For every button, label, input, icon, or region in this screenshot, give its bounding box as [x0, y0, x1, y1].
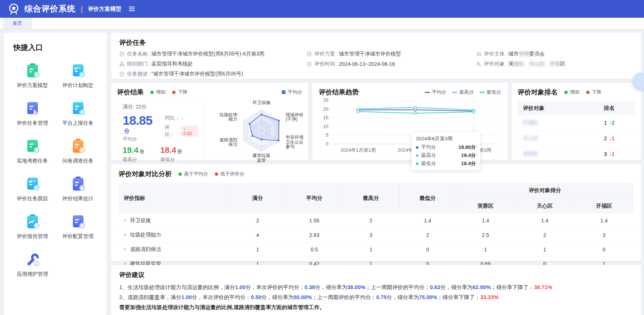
ranking-object-link[interactable]: 天心区 — [523, 135, 538, 141]
task-field-value: 2024-06-13~2024-06-16 — [339, 61, 395, 67]
quick-entry-item[interactable]: 评价结果统计 — [57, 175, 99, 202]
quick-entry-item[interactable]: 评价计划制定 — [57, 62, 99, 89]
ranking-object-link[interactable]: 开福区 — [523, 120, 538, 125]
red-dot-icon — [586, 91, 590, 94]
mom-compare: 环比：↓ 0.62 — [165, 124, 198, 138]
plan-icon — [307, 51, 312, 57]
results-panel-title: 评价结果 — [117, 88, 144, 97]
quick-entry-item[interactable]: 评价任务管理 — [12, 100, 53, 127]
quick-entry-label: 平台上报任务 — [63, 120, 94, 127]
indicator-row[interactable]: >垃圾处理能力42.63322.523 — [119, 228, 634, 242]
trend-legend-item[interactable]: 最低分 — [480, 89, 501, 95]
doc-upload-icon — [70, 100, 87, 117]
task-field-label: 评价主体 : — [484, 51, 508, 57]
quick-entry-sidebar: 快捷入口 评价方案模型评价计划制定评价任务管理平台上报任务实地考察任务问卷调查任… — [4, 33, 107, 315]
quick-entry-label: 问卷调查任务 — [63, 158, 94, 164]
quick-entry-item[interactable]: 平台上报任务 — [57, 100, 99, 127]
svg-text:市容环境卫生公众参与: 市容环境卫生公众参与 — [286, 135, 304, 149]
svg-text:现场评价(干净): 现场评价(干净) — [286, 112, 303, 122]
quick-entry-label: 应用维护管理 — [17, 271, 48, 278]
task-field-label: 评价对象 : — [484, 61, 508, 67]
indicator-row[interactable]: >环卫设施21.5521.41.41.41.4 — [119, 214, 634, 228]
mom-drop-badge: ↓ 0.62 — [181, 125, 198, 137]
trend-panel-title: 评价结果趋势 — [319, 88, 359, 97]
evaluation-task-panel: 评价任务 任务名称 :城市管理干净城市评价模型(周6月05号)-6月第3周评价方… — [111, 33, 641, 79]
task-field-value: 城市管理委员会 — [508, 51, 545, 57]
green-dot-icon — [178, 172, 182, 176]
task-field: R评价对象 :芙蓉区、天心区、开福区 — [476, 61, 633, 67]
quick-entry-item[interactable]: 问卷调查任务 — [57, 138, 99, 164]
ranking-row[interactable]: 芙蓉区3↓1 — [518, 146, 635, 160]
task-field-label: 任务名称 : — [127, 51, 151, 57]
quick-entry-item[interactable]: 应用维护管理 — [12, 251, 53, 278]
task-field-value: 芙蓉区、天心区、开福区 — [508, 61, 565, 67]
task-panel-title: 评价任务 — [119, 38, 633, 47]
radar-chart: 环卫设施现场评价(干净)市容环境卫生公众参与建筑垃圾监管道路清扫保洁垃圾处理能力 — [206, 99, 317, 168]
column-header: 满分 — [229, 183, 286, 214]
task-field: 评价主体 :城市管理委员会 — [476, 51, 633, 57]
task-field: 评价时间 :2024-06-13~2024-06-16 — [307, 61, 476, 67]
indicator-row[interactable]: >道路清扫保洁10.510110 — [119, 242, 634, 257]
task-field-label: 任务描述 : — [127, 71, 151, 77]
tooltip-row: 平均分18.85分 — [416, 144, 476, 151]
task-field-value: 城市管理干净城市评价模型 — [339, 51, 401, 57]
blue-square-icon — [282, 90, 286, 94]
task-field: 任务描述 :“城市管理干净城市评价模型(周6月05号) — [119, 71, 633, 77]
min-score: 18.4分最低分 — [160, 145, 198, 163]
quick-entry-item[interactable]: 评价任务跟踪 — [12, 175, 53, 202]
person-icon: R — [476, 61, 481, 67]
content-area: 快捷入口 评价方案模型评价计划制定评价任务管理平台上报任务实地考察任务问卷调查任… — [0, 29, 644, 315]
trend-legend-item[interactable]: 平均分 — [425, 89, 446, 95]
ranking-object-link[interactable]: 芙蓉区 — [523, 151, 538, 157]
task-field-value: “城市管理干净城市评价模型(周6月05号) — [151, 71, 243, 77]
svg-text:建筑垃圾监管: 建筑垃圾监管 — [252, 153, 270, 162]
task-field-label: 组织部门 : — [127, 61, 151, 67]
comparison-table-el: 评价指标满分平均分最高分最低分评价对象得分芙蓉区天心区开福区>环卫设施21.55… — [119, 183, 634, 271]
column-header: 最高分 — [343, 183, 399, 214]
trend-legend-item[interactable]: 最高分 — [452, 89, 474, 95]
district-score: 1.4 — [574, 214, 634, 228]
rank-down-indicator: ↓1 — [609, 151, 615, 157]
tab-home[interactable]: 首页 — [3, 18, 32, 29]
doc-gear-icon — [70, 213, 87, 230]
org-icon — [119, 61, 124, 67]
district-score: 2 — [515, 228, 574, 242]
ranking-row[interactable]: 天心区2↓1 — [518, 131, 635, 146]
svg-text:2024年1月第1周: 2024年1月第1周 — [340, 147, 376, 153]
district-score: 1.4 — [456, 214, 515, 228]
expand-chevron-icon[interactable]: > — [124, 218, 126, 223]
expand-chevron-icon[interactable]: > — [124, 247, 126, 252]
task-field-value: 基层指导和考核处 — [151, 61, 193, 67]
quick-entry-item[interactable]: 评价方案模型 — [12, 62, 53, 89]
app-root: 综合评价系统 | 评价方案模型 首页 快捷入口 评价方案模型评价计划制定评价任务… — [0, 0, 644, 315]
legend-decrease: 下降 — [172, 89, 187, 95]
quick-entry-label: 评价方案模型 — [17, 82, 48, 89]
quick-entry-item[interactable]: 评价配置管理 — [57, 213, 99, 240]
suggestion-line: 2、道路清扫覆盖率，满分1.00分，本次评价的平均分：0.50分，得分率为50.… — [119, 292, 633, 302]
quick-entry-label: 评价报告管理 — [17, 233, 48, 240]
score-summary-card: 满分: 22分 18.85分 平均分 同比：- 环比：↓ 0.62 — [117, 99, 204, 168]
quick-entry-label: 评价计划制定 — [63, 82, 94, 89]
checklist-back-icon — [70, 62, 87, 79]
expand-chevron-icon[interactable]: > — [124, 232, 126, 238]
radar-legend-average: 平均分 — [282, 89, 302, 95]
tooltip-row: 最低分18.4分 — [416, 160, 476, 167]
quick-entry-grid: 评价方案模型评价计划制定评价任务管理平台上报任务实地考察任务问卷调查任务评价任务… — [10, 62, 101, 278]
rank-down-indicator: ↓1 — [609, 135, 615, 141]
district-score: 0 — [574, 242, 634, 257]
yoy-compare: 同比：- — [165, 115, 198, 121]
doc-location-icon — [24, 138, 41, 155]
hamburger-menu-icon[interactable] — [129, 7, 135, 11]
quick-entry-item[interactable]: 评价报告管理 — [12, 213, 53, 240]
middle-row: 评价结果 增加 下降 平均分 满分: 22分 18.85分 平均分 — [111, 83, 641, 160]
ranking-row[interactable]: 开福区1↑2 — [518, 115, 635, 131]
svg-text:垃圾处理能力: 垃圾处理能力 — [219, 112, 237, 122]
column-header: 最低分 — [399, 183, 456, 214]
doc-cursor-icon — [24, 100, 41, 117]
doc-icon — [119, 51, 124, 57]
svg-text:R: R — [480, 64, 481, 67]
legend-above-average: 高于平均分 — [178, 171, 208, 177]
ranking-panel-title: 评价对象排名 — [518, 88, 558, 97]
quick-entry-item[interactable]: 实地考察任务 — [12, 138, 53, 164]
task-field: 评价方案 :城市管理干净城市评价模型 — [307, 51, 476, 57]
